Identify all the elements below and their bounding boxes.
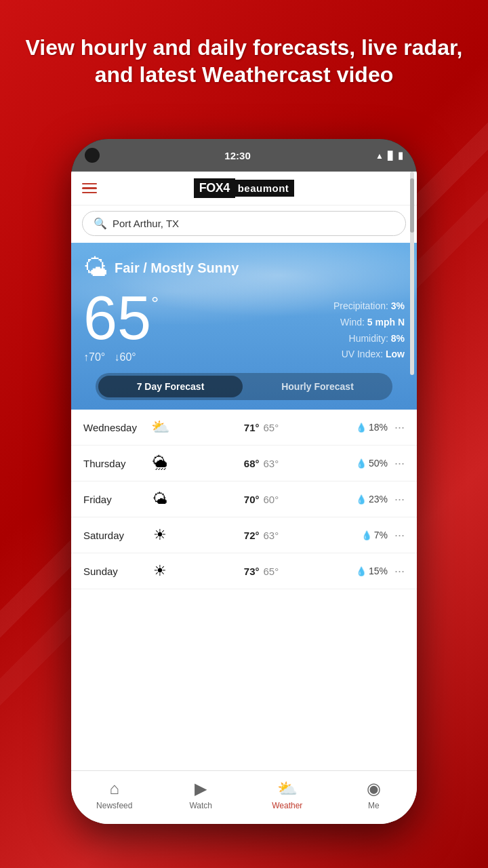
search-bar: 🔍 Port Arthur, TX (71, 205, 417, 243)
precip-value: 3% (391, 300, 405, 311)
day-temps: 71° 65° (172, 422, 350, 433)
lo-arrow: ↓ (115, 351, 120, 363)
tab-hourly[interactable]: Hourly Forecast (245, 376, 390, 397)
condition-row: 🌤 Fair / Mostly Sunny (83, 254, 405, 282)
precip-pct: 50% (369, 458, 388, 469)
nav-item-newsfeed[interactable]: ⌂ Newsfeed (71, 776, 158, 813)
forecast-row[interactable]: Sunday ☀ 73° 65° 💧 15% ··· (71, 553, 417, 589)
more-button[interactable]: ··· (388, 528, 405, 542)
precip-label: Precipitation: (333, 300, 388, 311)
hamburger-menu[interactable] (82, 183, 97, 194)
forecast-row[interactable]: Friday 🌤 70° 60° 💧 23% ··· (71, 481, 417, 517)
forecast-tabs: 7 Day Forecast Hourly Forecast (96, 373, 392, 400)
hi-arrow: ↑ (83, 351, 89, 363)
nav-label-me: Me (368, 801, 380, 810)
more-button[interactable]: ··· (388, 456, 405, 471)
search-text: Port Arthur, TX (113, 218, 179, 229)
condition-icon: 🌤 (83, 254, 108, 282)
scrollbar-thumb (410, 178, 414, 233)
status-bar: 12:30 (71, 139, 417, 172)
nav-label-watch: Watch (189, 801, 212, 810)
nav-item-weather[interactable]: ⛅ Weather (244, 776, 331, 813)
logo-num: 4 (223, 181, 230, 195)
wind-stat: Wind: 5 mph N (333, 315, 405, 331)
hi-temp: 70° (89, 351, 105, 363)
forecast-row[interactable]: Wednesday ⛅ 71° 65° 💧 18% ··· (71, 410, 417, 446)
day-temps: 72° 63° (172, 530, 350, 541)
status-icons (375, 150, 403, 161)
condition-text: Fair / Mostly Sunny (115, 260, 239, 276)
day-hi: 71° (244, 422, 260, 433)
day-temps: 70° 60° (172, 494, 350, 505)
bottom-nav: ⌂ Newsfeed ▶ Watch ⛅ Weather ◉ Me (71, 770, 417, 824)
stats-section: Precipitation: 3% Wind: 5 mph N Humidity… (333, 288, 405, 363)
search-input-wrap[interactable]: 🔍 Port Arthur, TX (82, 211, 406, 236)
day-hi: 73° (244, 566, 260, 577)
temp-degree: ° (151, 294, 159, 313)
more-button[interactable]: ··· (388, 564, 405, 578)
logo-box: FOX4 (194, 178, 235, 198)
status-time: 12:30 (224, 150, 250, 161)
day-precip: 💧 15% (350, 566, 388, 576)
day-hi: 70° (244, 494, 260, 505)
wind-value: 5 mph N (367, 317, 405, 328)
nav-icon-weather: ⛅ (277, 779, 298, 798)
logo-area: FOX4 beaumont (194, 178, 295, 198)
precip-drop-icon: 💧 (356, 422, 367, 433)
battery-icon (398, 150, 403, 161)
precip-stat: Precipitation: 3% (333, 298, 405, 315)
day-precip: 💧 18% (350, 422, 388, 433)
precip-pct: 15% (369, 566, 388, 576)
more-button[interactable]: ··· (388, 492, 405, 507)
day-lo: 65° (263, 566, 279, 577)
precip-pct: 23% (369, 494, 388, 505)
day-lo: 65° (263, 422, 279, 433)
precip-drop-icon: 💧 (356, 494, 367, 505)
uv-stat: UV Index: Low (333, 347, 405, 363)
temp-details-row: 65° ↑70° ↓60° Precipitation: 3% (83, 288, 405, 363)
humidity-label: Humidity: (349, 333, 388, 344)
nav-icon-me: ◉ (367, 779, 381, 798)
tab-7day[interactable]: 7 Day Forecast (98, 376, 243, 397)
day-icon: ☀ (148, 562, 172, 580)
day-icon: 🌤 (148, 490, 172, 508)
precip-drop-icon: 💧 (356, 458, 367, 469)
app-content: FOX4 beaumont 🔍 Port Arthur, TX 🌤 Fair /… (71, 172, 417, 824)
nav-icon-watch: ▶ (195, 779, 207, 798)
top-nav: FOX4 beaumont (71, 172, 417, 205)
forecast-row[interactable]: Thursday 🌦 68° 63° 💧 50% ··· (71, 446, 417, 481)
nav-icon-newsfeed: ⌂ (110, 779, 120, 798)
more-button[interactable]: ··· (388, 420, 405, 435)
weather-content: 🌤 Fair / Mostly Sunny 65° ↑70° ↓60° (71, 243, 417, 410)
day-hi: 72° (244, 530, 260, 541)
signal-icon (388, 150, 394, 161)
day-lo: 63° (263, 530, 279, 541)
day-lo: 63° (263, 458, 279, 469)
precip-drop-icon: 💧 (361, 530, 372, 540)
camera-dot (85, 148, 100, 163)
temp-big: 65° (83, 288, 159, 349)
nav-item-me[interactable]: ◉ Me (331, 776, 418, 813)
wind-label: Wind: (340, 317, 365, 328)
forecast-row[interactable]: Saturday ☀ 72° 63° 💧 7% ··· (71, 517, 417, 553)
temp-section: 65° ↑70° ↓60° (83, 288, 159, 363)
phone-frame: 12:30 FOX4 beaumont 🔍 Port Arthur, (71, 139, 417, 824)
day-icon: ☀ (148, 526, 172, 544)
humidity-stat: Humidity: 8% (333, 331, 405, 347)
day-temps: 68° 63° (172, 458, 350, 469)
search-icon: 🔍 (94, 217, 107, 230)
day-name: Sunday (83, 566, 148, 577)
day-hi: 68° (244, 458, 260, 469)
day-name: Friday (83, 494, 148, 505)
precip-pct: 7% (374, 530, 388, 540)
tagline: View hourly and daily forecasts, live ra… (0, 34, 488, 88)
precip-drop-icon: 💧 (356, 566, 367, 576)
day-icon: 🌦 (148, 454, 172, 472)
day-precip: 💧 7% (350, 530, 388, 540)
logo-fox: FOX (199, 181, 224, 195)
day-name: Thursday (83, 458, 148, 469)
nav-item-watch[interactable]: ▶ Watch (158, 776, 245, 813)
day-temps: 73° 65° (172, 566, 350, 577)
precip-pct: 18% (369, 422, 388, 433)
weather-main: 🌤 Fair / Mostly Sunny 65° ↑70° ↓60° (71, 243, 417, 770)
